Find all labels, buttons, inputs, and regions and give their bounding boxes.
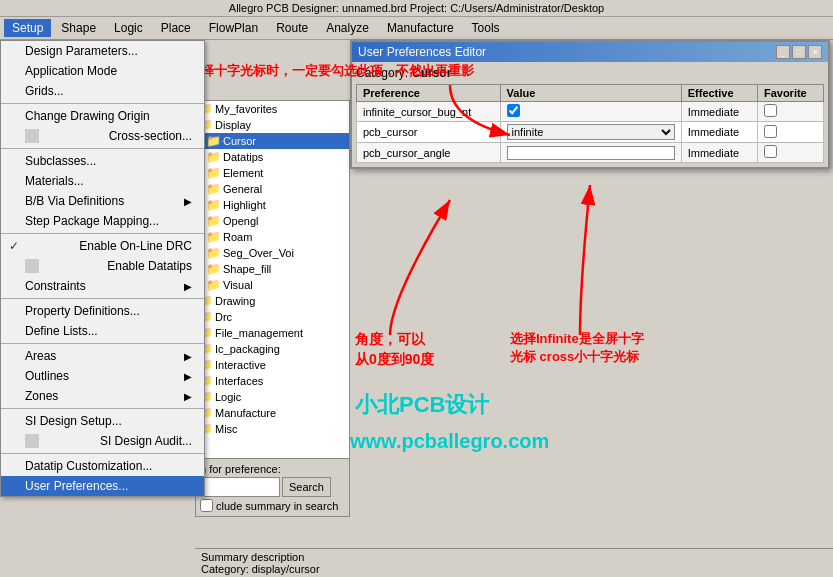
- menu-logic[interactable]: Logic: [106, 19, 151, 37]
- application-mode-item[interactable]: Application Mode: [1, 61, 204, 81]
- separator-3: [1, 233, 204, 234]
- constraints-item[interactable]: Constraints▶: [1, 276, 204, 296]
- tree-general[interactable]: 📁General: [196, 181, 349, 197]
- col-preference: Preference: [357, 85, 501, 102]
- pref-name-3: pcb_cursor_angle: [357, 143, 501, 163]
- zones-item[interactable]: Zones▶: [1, 386, 204, 406]
- tree-manufacture[interactable]: 📁Manufacture: [196, 405, 349, 421]
- folder-icon: 📁: [206, 150, 221, 164]
- datatip-custom-item[interactable]: Datatip Customization...: [1, 456, 204, 476]
- search-panel: n for preference: Search clude summary i…: [195, 458, 350, 517]
- grids-item[interactable]: Grids...: [1, 81, 204, 101]
- pref-body: Category: Cursor Preference Value Effect…: [352, 62, 828, 167]
- favorite-3-checkbox[interactable]: [764, 145, 777, 158]
- tree-misc[interactable]: 📁Misc: [196, 421, 349, 437]
- search-label: n for preference:: [200, 463, 345, 475]
- cursor-angle-input[interactable]: [507, 146, 675, 160]
- menu-setup[interactable]: Setup: [4, 19, 51, 37]
- tree-cursor[interactable]: 📁Cursor: [196, 133, 349, 149]
- search-button[interactable]: Search: [282, 477, 331, 497]
- pref-favorite-2[interactable]: [757, 122, 823, 143]
- search-input[interactable]: [200, 477, 280, 497]
- folder-icon: 📁: [206, 262, 221, 276]
- cross-section-item[interactable]: Cross-section...: [1, 126, 204, 146]
- separator-4: [1, 298, 204, 299]
- tree-opengl[interactable]: 📁Opengl: [196, 213, 349, 229]
- folder-icon: 📁: [206, 166, 221, 180]
- tree-shape-fill[interactable]: 📁Shape_fill: [196, 261, 349, 277]
- design-parameters-item[interactable]: Design Parameters...: [1, 41, 204, 61]
- summary-checkbox[interactable]: [200, 499, 213, 512]
- category-row: Category: Cursor: [356, 66, 824, 80]
- col-favorite: Favorite: [757, 85, 823, 102]
- bb-via-item[interactable]: B/B Via Definitions▶: [1, 191, 204, 211]
- tree-seg-over[interactable]: 📁Seg_Over_Voi: [196, 245, 349, 261]
- pref-value-2[interactable]: infinite cross: [500, 122, 681, 143]
- tree-drawing[interactable]: 📁Drawing: [196, 293, 349, 309]
- enable-datatips-item[interactable]: Enable Datatips: [1, 256, 204, 276]
- outlines-item[interactable]: Outlines▶: [1, 366, 204, 386]
- menu-manufacture[interactable]: Manufacture: [379, 19, 462, 37]
- pref-favorite-1[interactable]: [757, 102, 823, 122]
- menu-place[interactable]: Place: [153, 19, 199, 37]
- folder-icon: 📁: [206, 246, 221, 260]
- brand-text-1: 小北PCB设计: [355, 390, 489, 420]
- change-drawing-origin-item[interactable]: Change Drawing Origin: [1, 106, 204, 126]
- close-button[interactable]: ✕: [808, 45, 822, 59]
- separator-6: [1, 408, 204, 409]
- menu-flowplan[interactable]: FlowPlan: [201, 19, 266, 37]
- cursor-bug-checkbox[interactable]: [507, 104, 520, 117]
- tree-interactive[interactable]: 📁Interactive: [196, 357, 349, 373]
- summary-title: Summary description: [201, 551, 827, 563]
- search-row: Search: [200, 477, 345, 497]
- annotation-bottom-left: 角度，可以从0度到90度: [355, 330, 434, 369]
- cross-section-icon: [25, 129, 39, 143]
- materials-item[interactable]: Materials...: [1, 171, 204, 191]
- enable-drc-item[interactable]: ✓Enable On-Line DRC: [1, 236, 204, 256]
- tree-my-favorites[interactable]: 📁My_favorites: [196, 101, 349, 117]
- search-check-row: clude summary in search: [200, 499, 345, 512]
- favorite-1-checkbox[interactable]: [764, 104, 777, 117]
- tree-highlight[interactable]: 📁Highlight: [196, 197, 349, 213]
- pref-row-2: pcb_cursor infinite cross Immediate: [357, 122, 824, 143]
- favorite-2-checkbox[interactable]: [764, 125, 777, 138]
- summary-description: Summary description Category: display/cu…: [195, 548, 833, 577]
- menu-tools[interactable]: Tools: [464, 19, 508, 37]
- tree-interfaces[interactable]: 📁Interfaces: [196, 373, 349, 389]
- summary-check-label: clude summary in search: [216, 500, 338, 512]
- subclasses-item[interactable]: Subclasses...: [1, 151, 204, 171]
- separator-5: [1, 343, 204, 344]
- pref-effective-2: Immediate: [681, 122, 757, 143]
- pref-value-3[interactable]: [500, 143, 681, 163]
- pref-favorite-3[interactable]: [757, 143, 823, 163]
- folder-icon: 📁: [206, 198, 221, 212]
- si-audit-item[interactable]: SI Design Audit...: [1, 431, 204, 451]
- tree-logic[interactable]: 📁Logic: [196, 389, 349, 405]
- pref-effective-1: Immediate: [681, 102, 757, 122]
- pref-value-1[interactable]: [500, 102, 681, 122]
- tree-file-mgmt[interactable]: 📁File_management: [196, 325, 349, 341]
- pref-title-bar: User Preferences Editor _ □ ✕: [352, 42, 828, 62]
- tree-datatips[interactable]: 📁Datatips: [196, 149, 349, 165]
- menu-shape[interactable]: Shape: [53, 19, 104, 37]
- si-setup-item[interactable]: SI Design Setup...: [1, 411, 204, 431]
- property-defs-item[interactable]: Property Definitions...: [1, 301, 204, 321]
- user-prefs-item[interactable]: User Preferences...: [1, 476, 204, 496]
- minimize-button[interactable]: _: [776, 45, 790, 59]
- menu-analyze[interactable]: Analyze: [318, 19, 377, 37]
- pcb-cursor-select[interactable]: infinite cross: [507, 124, 675, 140]
- tree-display[interactable]: 📁Display: [196, 117, 349, 133]
- maximize-button[interactable]: □: [792, 45, 806, 59]
- define-lists-item[interactable]: Define Lists...: [1, 321, 204, 341]
- tree-visual[interactable]: 📁Visual: [196, 277, 349, 293]
- areas-item[interactable]: Areas▶: [1, 346, 204, 366]
- tree-drc[interactable]: 📁Drc: [196, 309, 349, 325]
- pref-table: Preference Value Effective Favorite infi…: [356, 84, 824, 163]
- folder-icon: 📁: [206, 134, 221, 148]
- step-package-item[interactable]: Step Package Mapping...: [1, 211, 204, 231]
- tree-ic-pkg[interactable]: 📁Ic_packaging: [196, 341, 349, 357]
- tree-roam[interactable]: 📁Roam: [196, 229, 349, 245]
- menu-route[interactable]: Route: [268, 19, 316, 37]
- tree-scroll-area[interactable]: 📁My_favorites 📁Display 📁Cursor 📁Datatips…: [196, 101, 349, 459]
- tree-element[interactable]: 📁Element: [196, 165, 349, 181]
